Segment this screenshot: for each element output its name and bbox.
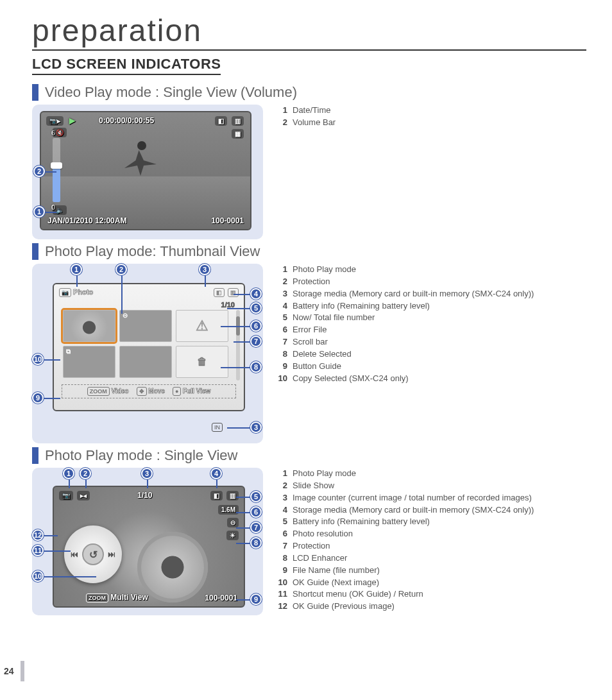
callout-line xyxy=(227,427,250,429)
legend-num: 1 xyxy=(276,264,287,276)
lock-icon: ⊝ xyxy=(123,312,128,319)
legend-text: Copy Selected (SMX-C24 only) xyxy=(293,373,534,385)
legend-text: Storage media (Memory card or built-in m… xyxy=(293,504,534,516)
prev-image-icon: ⏮ xyxy=(71,550,78,559)
legend-text: Photo resolution xyxy=(293,528,534,540)
callout-4: 4 xyxy=(250,288,262,300)
flower-image xyxy=(137,532,208,602)
warning-icon: ⚠ xyxy=(196,318,208,334)
legend-text: Volume Bar xyxy=(293,117,336,129)
legend-text: File Name (file number) xyxy=(293,565,534,577)
callout-line xyxy=(44,398,60,399)
legend-text: Error File xyxy=(293,324,534,336)
accent-bar xyxy=(32,84,38,101)
legend-text: Shortcut menu (OK Guide) / Return xyxy=(293,588,534,601)
callout-8: 8 xyxy=(250,537,262,549)
legend-num: 5 xyxy=(276,312,287,324)
subsection-title: Photo Play mode: Thumbnail View xyxy=(45,243,260,260)
move-icon: ✥ xyxy=(137,387,147,396)
file-number: 100-0001 xyxy=(211,216,244,225)
chapter-title: preparation xyxy=(32,13,586,51)
battery-icon: ▥ xyxy=(232,116,244,126)
callout-line xyxy=(236,512,250,513)
subsection-photo-thumbnail: Photo Play mode: Thumbnail View 1 2 3 4 … xyxy=(32,243,586,443)
thumbnail: ⊝ xyxy=(119,310,172,342)
enhancer-icon: ▦ xyxy=(232,129,244,139)
callout-line xyxy=(147,479,148,488)
callout-6: 6 xyxy=(250,320,262,332)
lock-icon: ⊝ xyxy=(227,518,239,527)
callout-4: 4 xyxy=(210,468,222,479)
callout-3: 3 xyxy=(141,468,153,479)
callout-line xyxy=(236,497,250,498)
callout-1: 1 xyxy=(33,206,45,218)
callout-12: 12 xyxy=(32,529,44,541)
lcd-panel-2: 1 2 3 4 5 6 7 8 10 9 3 xyxy=(32,264,263,443)
legend-text: Protection xyxy=(293,276,534,288)
callout-line xyxy=(236,599,250,601)
legend-num: 1 xyxy=(276,468,287,480)
callout-5: 5 xyxy=(250,302,262,314)
mute-icon: 🔇 xyxy=(53,128,67,137)
callout-8: 8 xyxy=(250,361,262,373)
in-badge: IN xyxy=(212,423,223,432)
button-guide: ZOOM Video ✥ Move ● Full View xyxy=(62,384,236,398)
in-badge-text: IN xyxy=(212,423,223,432)
callout-line xyxy=(236,543,250,544)
callout-line xyxy=(227,308,250,309)
callout-line xyxy=(121,275,123,314)
trash-icon: 🗑 xyxy=(197,356,207,368)
legend-text: Battery info (Remaining battery level) xyxy=(293,300,534,312)
enhancer-icon: ☀ xyxy=(226,531,239,540)
legend-text: Photo Play mode xyxy=(293,264,534,276)
play-icon: ▶ xyxy=(69,116,75,125)
legend-text: LCD Enhancer xyxy=(293,552,534,565)
callout-line xyxy=(221,326,250,327)
callout-1: 1 xyxy=(71,264,82,275)
skier-figure xyxy=(124,141,169,192)
accent-bar xyxy=(32,243,38,260)
volume-bar: 6 0 xyxy=(53,138,60,202)
accent-bar xyxy=(32,447,38,464)
callout-line xyxy=(44,576,96,577)
section-title: LCD SCREEN INDICATORS xyxy=(32,56,221,75)
volume-knob xyxy=(51,162,62,169)
callout-7: 7 xyxy=(250,522,262,533)
legend-text: Photo Play mode xyxy=(293,468,534,480)
legend-3: 1Photo Play mode 2Slide Show 3Image coun… xyxy=(276,468,534,613)
lcd-screen: 📷 ▸◂ 1/10 ◧ ▥ 1.6M ⊝ ☀ ⏮ ↺ ⏭ xyxy=(53,486,245,608)
callout-line xyxy=(69,479,70,488)
zoom-badge: ZOOM xyxy=(87,387,110,396)
callout-6: 6 xyxy=(250,506,262,518)
legend-text: Delete Selected xyxy=(293,348,534,361)
legend-num: 10 xyxy=(276,577,287,589)
callout-line xyxy=(216,479,217,488)
copy-icon: ⧉ xyxy=(66,348,71,355)
legend-text: Image counter (current image / total num… xyxy=(293,492,534,504)
file-number: 100-0001 xyxy=(205,593,237,602)
callout-2: 2 xyxy=(80,468,91,479)
legend-text: OK Guide (Next image) xyxy=(293,577,534,589)
legend-num: 5 xyxy=(276,516,287,528)
legend-num: 8 xyxy=(276,552,287,565)
callout-line xyxy=(76,275,78,287)
guide-fullview: Full View xyxy=(183,388,210,395)
next-image-icon: ⏭ xyxy=(108,550,115,559)
legend-text: Button Guide xyxy=(293,361,534,373)
legend-1: 1Date/Time 2Volume Bar xyxy=(276,105,336,129)
callout-5: 5 xyxy=(250,491,262,502)
thumbnail xyxy=(119,346,172,378)
callout-line xyxy=(234,294,250,295)
legend-num: 7 xyxy=(276,336,287,348)
legend-num: 2 xyxy=(276,480,287,492)
battery-icon: ▥ xyxy=(226,491,239,500)
legend-num: 12 xyxy=(276,601,287,613)
legend-text: Slide Show xyxy=(293,480,534,492)
card-icon: ◧ xyxy=(215,116,227,126)
scroll-bar xyxy=(236,310,240,380)
legend-num: 3 xyxy=(276,288,287,300)
subsection-video-single-volume: Video Play mode : Single View (Volume) 1… xyxy=(32,84,586,239)
legend-num: 2 xyxy=(276,276,287,288)
legend-num: 9 xyxy=(276,565,287,577)
thumbnail-delete: 🗑 xyxy=(176,346,228,378)
